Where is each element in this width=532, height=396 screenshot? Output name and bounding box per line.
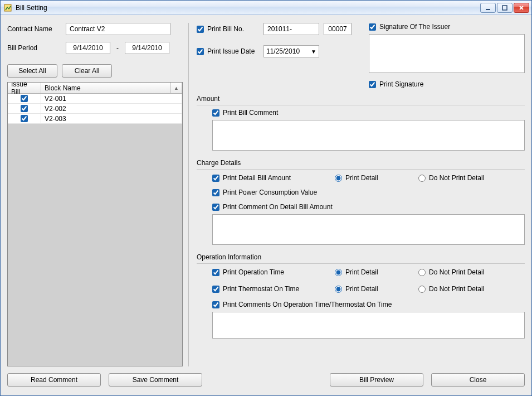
charge-not-print-detail-radiobtn[interactable] <box>418 175 426 182</box>
print-issue-date-check[interactable]: Print Issue Date <box>197 47 263 55</box>
operation-time-row: Print Operation Time Print Detail Do Not… <box>212 268 525 276</box>
minimize-button[interactable] <box>480 3 496 13</box>
op-print-detail-label: Print Detail <box>345 268 378 276</box>
col-sort-icon[interactable]: ▲ <box>171 83 182 93</box>
bottom-bar: Read Comment Save Comment Bill Preview C… <box>7 366 525 391</box>
operation-title: Operation Information <box>197 253 525 261</box>
close-window-button[interactable] <box>514 3 529 13</box>
thermo-not-print-detail-label: Do Not Print Detail <box>429 285 484 293</box>
clear-all-button[interactable]: Clear All <box>62 64 112 78</box>
print-signature-checkbox[interactable] <box>369 81 376 88</box>
print-bill-no-checkbox[interactable] <box>197 26 204 33</box>
read-comment-button[interactable]: Read Comment <box>7 373 101 387</box>
print-detail-bill-amount-checkbox[interactable] <box>212 175 219 182</box>
bill-no-prefix-field[interactable] <box>263 23 319 35</box>
contract-row: Contract Name <box>7 23 183 35</box>
print-thermostat-time-label: Print Thermostat On Time <box>223 285 299 293</box>
thermo-not-print-detail-radiobtn[interactable] <box>418 286 426 293</box>
signature-textarea[interactable] <box>369 34 525 73</box>
table-row[interactable]: V2-003 <box>8 114 182 124</box>
charge-separator <box>197 169 525 170</box>
left-panel: Contract Name Bill Period - Select All C… <box>7 23 183 366</box>
print-thermostat-time-checkbox[interactable] <box>212 286 219 293</box>
issue-bill-cell[interactable] <box>8 104 41 113</box>
op-print-detail-radio[interactable]: Print Detail <box>335 268 418 276</box>
op-not-print-detail-radiobtn[interactable] <box>418 269 426 276</box>
select-buttons: Select All Clear All <box>7 64 183 78</box>
bill-period-to[interactable] <box>125 42 169 54</box>
issue-bill-cell[interactable] <box>8 94 41 103</box>
charge-title: Charge Details <box>197 159 525 167</box>
issue-bill-checkbox[interactable] <box>21 115 28 122</box>
signature-of-issuer-check[interactable]: Signature Of The Issuer <box>369 23 525 31</box>
signature-of-issuer-checkbox[interactable] <box>369 23 376 31</box>
charge-print-detail-radiobtn[interactable] <box>335 175 342 182</box>
detail-bill-amount-row: Print Detail Bill Amount Print Detail Do… <box>212 174 525 182</box>
select-all-button[interactable]: Select All <box>7 64 57 78</box>
content-area: Contract Name Bill Period - Select All C… <box>1 15 531 395</box>
charge-not-print-detail-radio[interactable]: Do Not Print Detail <box>418 174 502 182</box>
charge-comment-textarea[interactable] <box>212 214 525 245</box>
thermo-print-detail-label: Print Detail <box>345 285 378 293</box>
print-detail-bill-amount-check[interactable]: Print Detail Bill Amount <box>212 174 335 182</box>
operation-comment-textarea[interactable] <box>212 312 525 339</box>
print-thermostat-time-check[interactable]: Print Thermostat On Time <box>212 285 335 293</box>
print-operation-time-label: Print Operation Time <box>223 268 284 276</box>
operation-separator <box>197 263 525 264</box>
panels: Contract Name Bill Period - Select All C… <box>7 23 525 366</box>
save-comment-button[interactable]: Save Comment <box>109 373 202 387</box>
col-block-name[interactable]: Block Name <box>41 83 171 93</box>
print-power-consumption-label: Print Power Consumption Value <box>223 189 317 196</box>
grid-header: Issue Bill Block Name ▲ <box>8 83 182 94</box>
print-detail-bill-amount-label: Print Detail Bill Amount <box>223 174 291 182</box>
thermo-not-print-detail-radio[interactable]: Do Not Print Detail <box>418 285 502 293</box>
contract-name-field[interactable] <box>66 23 170 35</box>
window-controls <box>480 3 529 13</box>
col-issue-bill[interactable]: Issue Bill <box>8 83 41 93</box>
right-panel: Print Bill No. Print Issue Date <box>188 23 525 366</box>
print-bill-comment-checkbox[interactable] <box>212 109 219 117</box>
print-op-comments-check[interactable]: Print Comments On Operation Time/Thermos… <box>212 301 525 308</box>
bill-period-from[interactable] <box>66 42 110 54</box>
print-power-consumption-check[interactable]: Print Power Consumption Value <box>212 189 525 196</box>
block-grid: Issue Bill Block Name ▲ V2-001V2-002V2-0… <box>7 82 183 366</box>
close-button[interactable]: Close <box>431 373 525 387</box>
print-signature-check[interactable]: Print Signature <box>369 80 525 88</box>
issue-bill-cell[interactable] <box>8 114 41 123</box>
thermo-print-detail-radiobtn[interactable] <box>335 286 342 293</box>
contract-name-label: Contract Name <box>7 25 66 33</box>
svg-rect-2 <box>502 6 507 10</box>
app-icon <box>4 3 13 12</box>
print-operation-time-checkbox[interactable] <box>212 269 219 276</box>
maximize-button[interactable] <box>497 3 513 13</box>
block-name-cell: V2-003 <box>41 114 182 123</box>
print-issue-date-checkbox[interactable] <box>197 48 204 55</box>
amount-separator <box>197 105 525 105</box>
signature-col: Signature Of The Issuer Print Signature <box>369 23 525 88</box>
op-print-detail-radiobtn[interactable] <box>335 269 342 276</box>
op-not-print-detail-radio[interactable]: Do Not Print Detail <box>418 268 502 276</box>
thermo-print-detail-radio[interactable]: Print Detail <box>335 285 418 293</box>
print-bill-no-check[interactable]: Print Bill No. <box>197 25 263 33</box>
issue-bill-checkbox[interactable] <box>21 95 28 102</box>
bill-comment-textarea[interactable] <box>212 120 525 151</box>
top-right-section: Print Bill No. Print Issue Date <box>197 23 525 88</box>
print-op-comments-checkbox[interactable] <box>212 301 219 308</box>
table-row[interactable]: V2-001 <box>8 94 182 104</box>
bill-no-seq-field[interactable] <box>324 23 352 35</box>
issue-bill-checkbox[interactable] <box>21 105 28 112</box>
bill-preview-button[interactable]: Bill Preview <box>330 373 423 387</box>
print-power-consumption-checkbox[interactable] <box>212 189 219 196</box>
table-row[interactable]: V2-002 <box>8 104 182 114</box>
charge-print-detail-radio[interactable]: Print Detail <box>335 174 418 182</box>
print-comment-detail-check[interactable]: Print Comment On Detail Bill Amount <box>212 203 525 211</box>
print-signature-label: Print Signature <box>379 80 423 88</box>
issue-date-value: 11/25/2010 <box>266 47 300 55</box>
grid-body: V2-001V2-002V2-003 <box>8 94 182 124</box>
charge-print-detail-label: Print Detail <box>345 174 378 182</box>
print-operation-time-check[interactable]: Print Operation Time <box>212 268 335 276</box>
print-bill-no-label: Print Bill No. <box>207 25 244 33</box>
print-bill-comment-check[interactable]: Print Bill Comment <box>212 109 525 117</box>
print-comment-detail-checkbox[interactable] <box>212 204 219 211</box>
issue-date-select[interactable]: 11/25/2010 ▼ <box>263 45 319 57</box>
